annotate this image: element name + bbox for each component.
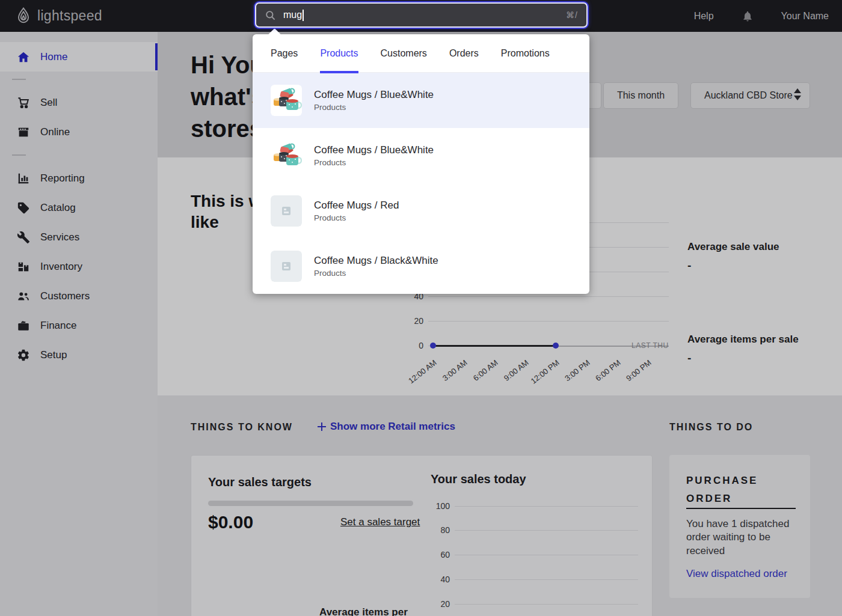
tab-products[interactable]: Products (320, 34, 358, 73)
product-thumbnail-mugs (271, 85, 302, 116)
result-category: Products (314, 103, 434, 112)
keyboard-shortcut-hint: ⌘/ (566, 10, 578, 20)
tab-promotions[interactable]: Promotions (501, 34, 550, 73)
product-thumbnail-mugs (271, 140, 302, 171)
search-result-tabs: Pages Products Customers Orders Promotio… (253, 34, 589, 73)
product-thumbnail-placeholder (271, 251, 302, 282)
result-title: Coffee Mugs / Red (314, 200, 399, 212)
result-title: Coffee Mugs / Black&White (314, 255, 438, 267)
search-result-item[interactable]: Coffee Mugs / Black&White Products (253, 239, 589, 294)
search-icon (265, 10, 276, 21)
search-results-dropdown: Pages Products Customers Orders Promotio… (253, 34, 589, 294)
result-title: Coffee Mugs / Blue&White (314, 144, 434, 156)
result-category: Products (314, 269, 438, 278)
global-search-input[interactable]: mug ⌘/ (255, 2, 588, 28)
text-caret (303, 10, 304, 21)
product-thumbnail-placeholder (271, 195, 302, 227)
search-query-text: mug (283, 10, 302, 20)
result-category: Products (314, 213, 399, 222)
result-title: Coffee Mugs / Blue&White (314, 89, 434, 101)
tab-customers[interactable]: Customers (381, 34, 427, 73)
search-result-item[interactable]: Coffee Mugs / Blue&White Products (253, 73, 589, 128)
search-result-item[interactable]: Coffee Mugs / Red Products (253, 183, 589, 239)
result-category: Products (314, 158, 434, 167)
search-result-item[interactable]: Coffee Mugs / Blue&White Products (253, 128, 589, 183)
tab-orders[interactable]: Orders (449, 34, 479, 73)
tab-pages[interactable]: Pages (271, 34, 298, 73)
